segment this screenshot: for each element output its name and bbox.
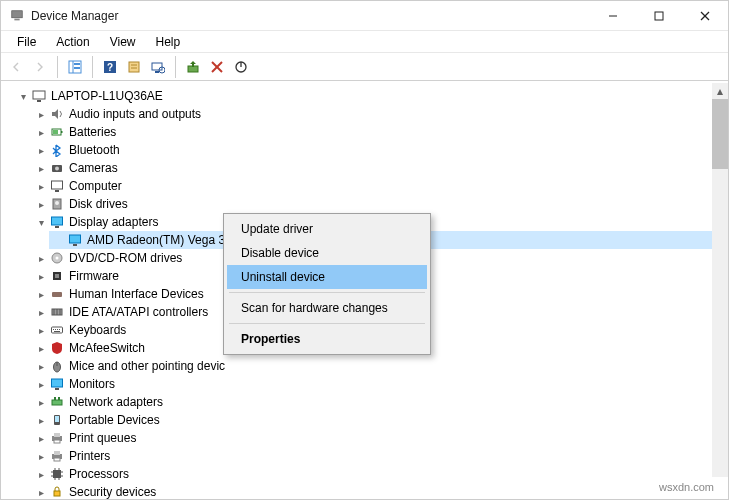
scan-hardware-button[interactable]: [147, 56, 169, 78]
category-icon: [49, 484, 65, 499]
expand-icon[interactable]: ▸: [35, 144, 47, 156]
ctx-separator: [229, 323, 425, 324]
ctx-update-driver[interactable]: Update driver: [227, 217, 427, 241]
collapse-icon[interactable]: ▾: [35, 216, 47, 228]
expand-icon[interactable]: ▸: [35, 288, 47, 300]
category-label: Human Interface Devices: [69, 287, 204, 301]
expand-icon[interactable]: ▸: [35, 342, 47, 354]
toolbar: ?: [1, 53, 728, 81]
watermark: wsxdn.com: [659, 481, 714, 493]
ctx-uninstall-device[interactable]: Uninstall device: [227, 265, 427, 289]
svg-rect-8: [74, 63, 80, 65]
expand-icon[interactable]: ▸: [35, 360, 47, 372]
ctx-scan-hardware[interactable]: Scan for hardware changes: [227, 296, 427, 320]
category-icon: [49, 340, 65, 356]
menu-action[interactable]: Action: [48, 33, 97, 51]
svg-rect-41: [52, 292, 62, 297]
expand-icon[interactable]: ▸: [35, 306, 47, 318]
ctx-properties[interactable]: Properties: [227, 327, 427, 351]
scrollbar-thumb[interactable]: [712, 99, 728, 169]
close-button[interactable]: [682, 1, 728, 31]
category-label: Keyboards: [69, 323, 126, 337]
menu-bar: File Action View Help: [1, 31, 728, 53]
category-label: McAfeeSwitch: [69, 341, 145, 355]
svg-rect-23: [37, 100, 41, 102]
category-network-adapters[interactable]: ▸Network adapters: [31, 393, 728, 411]
update-driver-button[interactable]: [182, 56, 204, 78]
svg-rect-33: [52, 217, 63, 225]
disable-button[interactable]: [230, 56, 252, 78]
ctx-disable-device[interactable]: Disable device: [227, 241, 427, 265]
category-label: Printers: [69, 449, 110, 463]
expand-icon[interactable]: ▸: [35, 486, 47, 498]
category-printers[interactable]: ▸Printers: [31, 447, 728, 465]
maximize-button[interactable]: [636, 1, 682, 31]
category-icon: [49, 214, 65, 230]
expand-icon[interactable]: ▸: [35, 162, 47, 174]
category-portable-devices[interactable]: ▸Portable Devices: [31, 411, 728, 429]
collapse-icon[interactable]: ▾: [17, 90, 29, 102]
svg-rect-58: [58, 397, 60, 400]
category-label: Firmware: [69, 269, 119, 283]
svg-rect-62: [54, 433, 60, 437]
expand-icon[interactable]: ▸: [35, 396, 47, 408]
category-label: Disk drives: [69, 197, 128, 211]
category-bluetooth[interactable]: ▸Bluetooth: [31, 141, 728, 159]
svg-rect-3: [655, 12, 663, 20]
expand-icon[interactable]: ▸: [35, 414, 47, 426]
expand-icon[interactable]: ▸: [35, 468, 47, 480]
category-monitors[interactable]: ▸Monitors: [31, 375, 728, 393]
minimize-button[interactable]: [590, 1, 636, 31]
category-label: Computer: [69, 179, 122, 193]
expand-icon[interactable]: ▸: [35, 432, 47, 444]
expand-icon[interactable]: ▸: [35, 198, 47, 210]
expand-icon[interactable]: ▸: [35, 252, 47, 264]
category-cameras[interactable]: ▸Cameras: [31, 159, 728, 177]
properties-button[interactable]: [123, 56, 145, 78]
category-disk-drives[interactable]: ▸Disk drives: [31, 195, 728, 213]
back-button: [5, 56, 27, 78]
svg-rect-55: [55, 388, 59, 390]
menu-file[interactable]: File: [9, 33, 44, 51]
expand-icon[interactable]: ▸: [35, 270, 47, 282]
category-computer[interactable]: ▸Computer: [31, 177, 728, 195]
svg-rect-50: [59, 329, 60, 330]
category-icon: [49, 394, 65, 410]
scroll-up-icon[interactable]: ▴: [712, 83, 728, 99]
category-icon: [49, 430, 65, 446]
category-batteries[interactable]: ▸Batteries: [31, 123, 728, 141]
uninstall-button[interactable]: [206, 56, 228, 78]
display-adapter-icon: [67, 232, 83, 248]
category-processors[interactable]: ▸Processors: [31, 465, 728, 483]
computer-icon: [31, 88, 47, 104]
expand-icon[interactable]: ▸: [35, 108, 47, 120]
scrollbar-vertical[interactable]: ▴: [712, 83, 728, 477]
category-mice-and-other-pointing-devic[interactable]: ▸Mice and other pointing devic: [31, 357, 728, 375]
menu-help[interactable]: Help: [148, 33, 189, 51]
show-hide-tree-button[interactable]: [64, 56, 86, 78]
expand-icon[interactable]: ▸: [35, 378, 47, 390]
leaf-spacer: [53, 234, 65, 246]
category-audio-inputs-and-outputs[interactable]: ▸Audio inputs and outputs: [31, 105, 728, 123]
ctx-separator: [229, 292, 425, 293]
svg-rect-56: [52, 400, 62, 405]
svg-rect-36: [73, 244, 77, 246]
expand-icon[interactable]: ▸: [35, 450, 47, 462]
svg-rect-60: [55, 416, 59, 422]
category-label: Mice and other pointing devic: [69, 359, 225, 373]
category-icon: [49, 250, 65, 266]
menu-view[interactable]: View: [102, 33, 144, 51]
expand-icon[interactable]: ▸: [35, 180, 47, 192]
category-label: Monitors: [69, 377, 115, 391]
category-icon: [49, 178, 65, 194]
category-icon: [49, 286, 65, 302]
expand-icon[interactable]: ▸: [35, 324, 47, 336]
category-print-queues[interactable]: ▸Print queues: [31, 429, 728, 447]
computer-root[interactable]: ▾ LAPTOP-L1UQ36AE: [13, 87, 728, 105]
category-icon: [49, 142, 65, 158]
help-button[interactable]: ?: [99, 56, 121, 78]
svg-rect-66: [54, 458, 60, 461]
svg-text:?: ?: [107, 62, 113, 73]
category-security-devices[interactable]: ▸Security devices: [31, 483, 728, 499]
expand-icon[interactable]: ▸: [35, 126, 47, 138]
